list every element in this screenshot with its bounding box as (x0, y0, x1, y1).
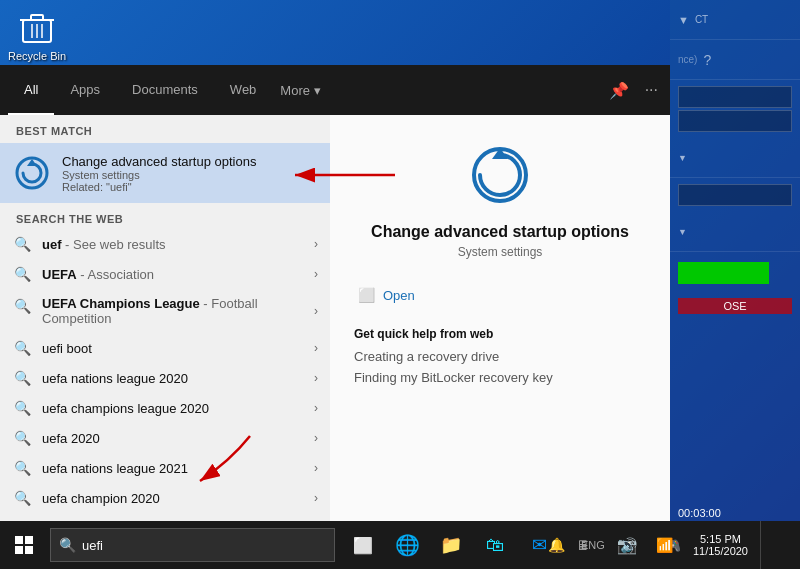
show-desktop-button[interactable] (760, 521, 792, 569)
chevron-right-icon: › (314, 267, 318, 281)
result-item-unl2020[interactable]: 🔍 uefa nations league 2020 › (0, 363, 330, 393)
search-icon: 🔍 (12, 266, 32, 282)
chevron-right-icon: › (314, 341, 318, 355)
recycle-bin-icon (17, 8, 57, 48)
best-match-related: Related: "uefi" (62, 181, 256, 193)
search-icon: 🔍 (12, 400, 32, 416)
startup-icon (12, 153, 52, 193)
taskbar-search-box[interactable]: 🔍 (50, 528, 335, 562)
chevron-right-icon: › (314, 431, 318, 445)
windows-icon (15, 536, 33, 554)
result-item-uc2020[interactable]: 🔍 uefa champion 2020 › (0, 483, 330, 513)
svg-marker-7 (27, 159, 37, 166)
tab-apps[interactable]: Apps (54, 65, 116, 115)
search-icon: 🔍 (12, 298, 32, 314)
search-icon: 🔍 (12, 340, 32, 356)
tab-web[interactable]: Web (214, 65, 273, 115)
help-label: Get quick help from web (354, 327, 646, 341)
search-navbar: All Apps Documents Web More ▾ 📌 ··· (0, 65, 670, 115)
bg-panel: ▼CT nce) ? ▼ ▼ OSE 00:03:00 (670, 0, 800, 521)
best-match-item[interactable]: Change advanced startup options System s… (0, 143, 330, 203)
more-options-icon[interactable]: ··· (641, 77, 662, 104)
volume-icon[interactable]: 🔊 (613, 521, 645, 569)
recycle-bin-label: Recycle Bin (8, 50, 66, 62)
tab-documents[interactable]: Documents (116, 65, 214, 115)
recycle-bin[interactable]: Recycle Bin (8, 8, 66, 62)
notification-icon[interactable]: 🔔 (541, 521, 573, 569)
result-item-uefi-boot[interactable]: 🔍 uefi boot › (0, 333, 330, 363)
right-app-title: Change advanced startup options (371, 223, 629, 241)
taskbar: 🔍 ⬜ 🌐 📁 🛍 ✉ 🖥 📷 🎮 🔔 ENG 🔊 📶 5:15 PM 11/1… (0, 521, 800, 569)
chevron-right-icon: › (314, 401, 318, 415)
search-icon: 🔍 (12, 490, 32, 506)
tab-more[interactable]: More ▾ (272, 65, 329, 115)
taskbar-clock[interactable]: 5:15 PM 11/15/2020 (685, 533, 756, 557)
chevron-down-icon: ▾ (314, 83, 321, 98)
right-app-icon (464, 139, 536, 211)
search-content: Best match Change advanced startup optio… (0, 115, 670, 521)
language-icon[interactable]: ENG (577, 521, 609, 569)
chevron-right-icon: › (314, 304, 318, 318)
help-link-bitlocker[interactable]: Finding my BitLocker recovery key (354, 370, 646, 385)
chevron-right-icon: › (314, 491, 318, 505)
best-match-label: Best match (0, 115, 330, 143)
result-item-ucl[interactable]: 🔍 UEFA Champions League - FootballCompet… (0, 289, 330, 333)
result-item-ucl2020[interactable]: 🔍 uefa champions league 2020 › (0, 393, 330, 423)
task-view-button[interactable]: ⬜ (343, 525, 383, 565)
chevron-right-icon: › (314, 461, 318, 475)
clock-time: 5:15 PM (700, 533, 741, 545)
chevron-right-icon: › (314, 237, 318, 251)
nav-tabs: All Apps Documents Web More ▾ (8, 65, 329, 115)
store-icon[interactable]: 🛍 (475, 525, 515, 565)
best-match-title: Change advanced startup options (62, 154, 256, 169)
chevron-right-icon: › (314, 371, 318, 385)
clock-date: 11/15/2020 (693, 545, 748, 557)
start-button[interactable] (0, 521, 48, 569)
taskbar-right: 🔔 ENG 🔊 📶 5:15 PM 11/15/2020 (541, 521, 800, 569)
tab-all[interactable]: All (8, 65, 54, 115)
search-icon: 🔍 (12, 430, 32, 446)
best-match-details: Change advanced startup options System s… (62, 154, 256, 193)
open-button[interactable]: ⬜ Open (354, 279, 646, 311)
taskbar-search-icon: 🔍 (59, 537, 76, 553)
right-actions: ⬜ Open (354, 279, 646, 311)
search-icon: 🔍 (12, 370, 32, 386)
search-web-label: Search the web (0, 203, 330, 229)
search-panel: All Apps Documents Web More ▾ 📌 ··· Best… (0, 65, 670, 521)
taskbar-search-input[interactable] (82, 538, 282, 553)
search-icon: 🔍 (12, 460, 32, 476)
right-panel: Change advanced startup options System s… (330, 115, 670, 521)
left-panel: Best match Change advanced startup optio… (0, 115, 330, 521)
open-icon: ⬜ (358, 287, 375, 303)
result-item-uef[interactable]: 🔍 uef - See web results › (0, 229, 330, 259)
nav-right-buttons: 📌 ··· (605, 77, 662, 104)
edge-browser-icon[interactable]: 🌐 (387, 525, 427, 565)
svg-rect-2 (31, 15, 43, 20)
right-app-subtitle: System settings (458, 245, 543, 259)
result-item-uefa2020[interactable]: 🔍 uefa 2020 › (0, 423, 330, 453)
network-icon[interactable]: 📶 (649, 521, 681, 569)
result-item-uefa[interactable]: 🔍 UEFA - Association › (0, 259, 330, 289)
file-explorer-icon[interactable]: 📁 (431, 525, 471, 565)
help-link-recovery[interactable]: Creating a recovery drive (354, 349, 646, 364)
best-match-subtitle: System settings (62, 169, 256, 181)
pin-icon[interactable]: 📌 (605, 77, 633, 104)
result-item-unl2021[interactable]: 🔍 uefa nations league 2021 › (0, 453, 330, 483)
search-icon: 🔍 (12, 236, 32, 252)
